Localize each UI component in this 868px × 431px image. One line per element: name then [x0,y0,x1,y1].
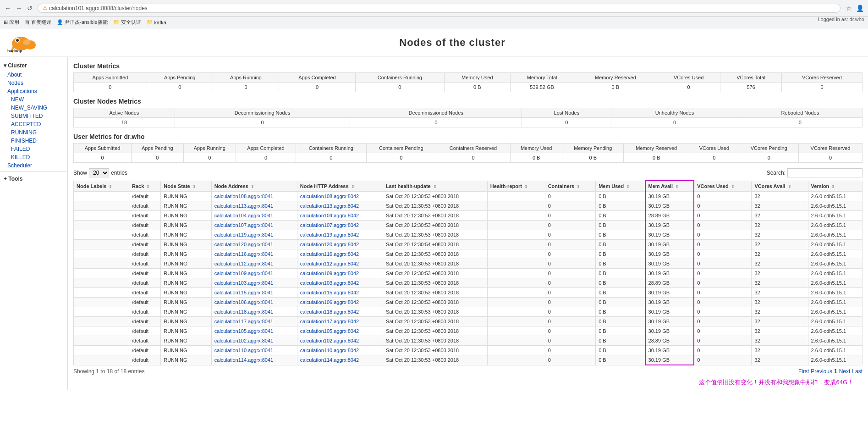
cluster-metrics-value-4: 0 [355,83,444,92]
nodes-col-header-12[interactable]: Version ⇕ [808,181,862,192]
node-link-r14-c3[interactable]: calculation105.aggrx:8041 [214,328,273,334]
node-link-r6-c3[interactable]: calculation116.aggrx:8041 [214,251,273,257]
cell-r16-c8: 0 B [596,346,645,355]
bookmark-apps[interactable]: ⊞ 应用 [4,19,19,26]
sidebar-item-finished[interactable]: FINISHED [0,137,67,145]
node-link-r4-c4[interactable]: calculation119.aggrx:8042 [300,232,359,238]
node-link-r8-c3[interactable]: calculation109.aggrx:8041 [214,271,273,276]
sidebar-item-running[interactable]: RUNNING [0,128,67,137]
pagination-first[interactable]: First [798,368,809,375]
node-link-r11-c4[interactable]: calculation106.aggrx:8042 [300,299,359,305]
reload-button[interactable]: ↺ [26,4,34,12]
node-link-r5-c3[interactable]: calculation120.aggrx:8041 [214,242,273,247]
pagination-last[interactable]: Last [852,368,863,375]
bookmark-baidu-translate[interactable]: 百 百度翻译 [25,19,51,26]
node-link-r16-c4[interactable]: calculation110.aggrx:8042 [300,348,359,353]
node-link-r13-c4[interactable]: calculation117.aggrx:8042 [300,319,359,324]
sidebar-cluster-title[interactable]: ▾ Cluster [0,61,67,71]
cell-r11-c0 [74,298,129,307]
user-metrics-header-11: VCores Pending [739,144,799,153]
nodes-col-header-10[interactable]: VCores Used ⇕ [694,181,752,192]
user-metrics-header-7: Memory Used [510,144,562,153]
nodes-col-header-8[interactable]: Mem Used ⇕ [596,181,645,192]
account-button[interactable]: 👤 [855,4,864,13]
sort-icon-4: ⇕ [351,184,355,189]
node-link-r3-c4[interactable]: calculation107.aggrx:8042 [300,222,359,228]
sidebar-item-new[interactable]: NEW [0,95,67,104]
node-link-r8-c4[interactable]: calculation109.aggrx:8042 [300,271,359,276]
cluster-nodes-link-5[interactable]: 0 [799,120,802,125]
cell-r13-c11: 32 [752,317,808,326]
node-link-r17-c3[interactable]: calculation114.aggrx:8041 [214,357,273,363]
nodes-col-header-5[interactable]: Last health-update ⇕ [383,181,487,192]
browser-controls: ← → ↺ [4,4,34,12]
cluster-nodes-link-4[interactable]: 0 [673,120,676,125]
cell-r17-c0 [74,355,129,365]
pagination-previous[interactable]: Previous [811,368,832,375]
node-link-r10-c3[interactable]: calculation115.aggrx:8041 [214,290,273,295]
nodes-col-header-9[interactable]: Mem Avail ⇕ [645,181,694,192]
node-link-r12-c3[interactable]: calculation118.aggrx:8041 [214,309,273,315]
node-link-r10-c4[interactable]: calculation115.aggrx:8042 [300,290,359,295]
node-link-r7-c4[interactable]: calculation112.aggrx:8042 [300,261,359,266]
node-link-r1-c4[interactable]: calculation113.aggrx:8042 [300,203,359,209]
sidebar-item-applications[interactable]: Applications [0,87,67,95]
address-bar[interactable]: ⚠ calculation101.aggrx:8088/cluster/node… [38,4,841,13]
node-link-r9-c4[interactable]: calculation103.aggrx:8042 [300,280,359,286]
node-link-r15-c4[interactable]: calculation102.aggrx:8042 [300,338,359,343]
sidebar-item-failed[interactable]: FAILED [0,145,67,153]
cluster-nodes-link-2[interactable]: 0 [434,120,437,125]
sidebar-item-accepted[interactable]: ACCEPTED [0,120,67,128]
cell-r14-c8: 0 B [596,326,645,336]
nodes-col-header-3[interactable]: Node Address ⇕ [211,181,297,192]
node-link-r14-c4[interactable]: calculation105.aggrx:8042 [300,328,359,334]
sidebar-item-submitted[interactable]: SUBMITTED [0,112,67,120]
cluster-nodes-link-3[interactable]: 0 [565,120,568,125]
cell-r0-c12: 2.6.0-cdh5.15.1 [808,192,862,201]
forward-button[interactable]: → [15,4,23,12]
sidebar-item-nodes[interactable]: Nodes [0,79,67,87]
node-link-r6-c4[interactable]: calculation116.aggrx:8042 [300,251,359,257]
bookmark-kafka[interactable]: 📁 kafka [147,19,166,25]
nodes-col-header-6[interactable]: Health-report ⇕ [487,181,545,192]
nodes-col-header-7[interactable]: Containers ⇕ [545,181,595,192]
node-link-r4-c3[interactable]: calculation119.aggrx:8041 [214,232,273,238]
node-link-r2-c3[interactable]: calculation104.aggrx:8041 [214,213,273,218]
sidebar-item-killed[interactable]: KILLED [0,153,67,161]
nodes-col-header-1[interactable]: Rack ⇕ [129,181,160,192]
node-link-r0-c4[interactable]: calculation108.aggrx:8042 [300,193,359,199]
node-link-r17-c4[interactable]: calculation114.aggrx:8042 [300,357,359,363]
cell-r9-c6 [487,278,545,288]
node-link-r7-c3[interactable]: calculation112.aggrx:8041 [214,261,273,266]
cluster-nodes-link-1[interactable]: 0 [261,120,264,125]
sidebar-item-new-saving[interactable]: NEW_SAVING [0,104,67,112]
cell-r13-c1: /default [129,317,160,326]
node-link-r15-c3[interactable]: calculation102.aggrx:8041 [214,338,273,343]
node-link-r12-c4[interactable]: calculation118.aggrx:8042 [300,309,359,315]
node-link-r1-c3[interactable]: calculation113.aggrx:8041 [214,203,273,209]
node-link-r2-c4[interactable]: calculation104.aggrx:8042 [300,213,359,218]
nodes-col-header-0[interactable]: Node Labels ⇕ [74,181,129,192]
node-link-r5-c4[interactable]: calculation120.aggrx:8042 [300,242,359,247]
sidebar-tools-title[interactable]: + Tools [0,174,67,184]
node-link-r13-c3[interactable]: calculation117.aggrx:8041 [214,319,273,324]
node-link-r9-c3[interactable]: calculation103.aggrx:8041 [214,280,273,286]
pagination-page-1[interactable]: 1 [834,368,837,375]
back-button[interactable]: ← [4,4,12,12]
bookmark-security[interactable]: 📁 安全认证 [113,19,141,26]
cell-r9-c7: 0 [545,278,595,288]
node-link-r3-c3[interactable]: calculation107.aggrx:8041 [214,222,273,228]
entries-select[interactable]: 20 [89,168,109,177]
node-link-r11-c3[interactable]: calculation106.aggrx:8041 [214,299,273,305]
nodes-col-header-11[interactable]: VCores Avail ⇕ [752,181,808,192]
sidebar-item-scheduler[interactable]: Scheduler [0,161,67,170]
node-link-r0-c3[interactable]: calculation108.aggrx:8041 [214,193,273,199]
bookmark-ansible[interactable]: 👤 尹正杰-ansible播能 [57,19,108,26]
search-input[interactable] [787,168,863,177]
sidebar-item-about[interactable]: About [0,71,67,79]
bookmark-star-button[interactable]: ☆ [844,4,853,13]
node-link-r16-c3[interactable]: calculation110.aggrx:8041 [214,348,273,353]
nodes-col-header-2[interactable]: Node State ⇕ [161,181,211,192]
pagination-next[interactable]: Next [839,368,851,375]
nodes-col-header-4[interactable]: Node HTTP Address ⇕ [297,181,383,192]
